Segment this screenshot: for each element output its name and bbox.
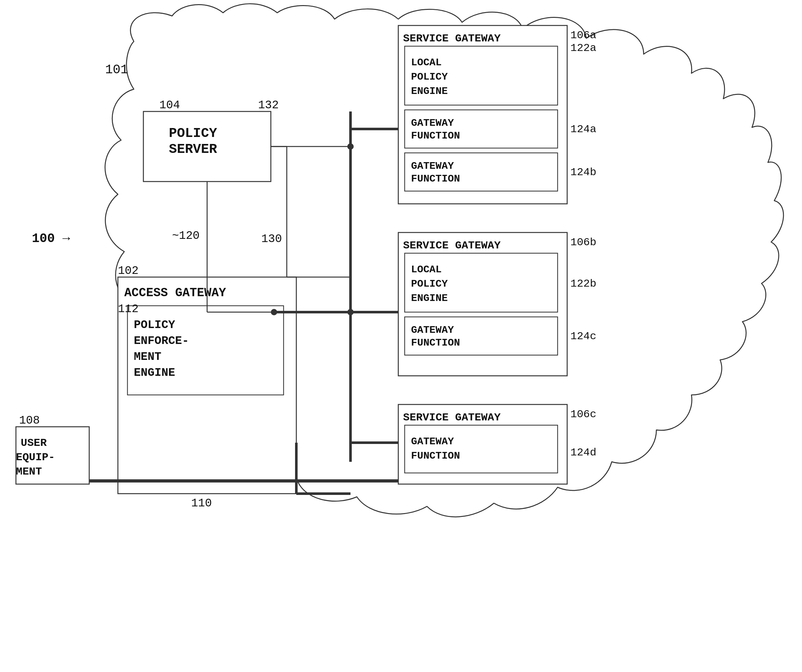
service-gateway-a: SERVICE GATEWAY LOCAL POLICY ENGINE GATE… [398, 26, 567, 204]
label-110: 110 [191, 497, 212, 510]
svg-text:GATEWAY: GATEWAY [411, 160, 454, 172]
svg-rect-37 [405, 425, 558, 473]
svg-text:POLICY: POLICY [134, 318, 175, 331]
service-gateway-c: SERVICE GATEWAY GATEWAY FUNCTION [398, 404, 567, 484]
policy-server-box: POLICY SERVER [143, 111, 271, 181]
svg-text:SERVER: SERVER [169, 142, 217, 157]
svg-text:MENT: MENT [16, 465, 42, 478]
svg-text:FUNCTION: FUNCTION [411, 173, 460, 185]
label-100: 100 → [32, 231, 70, 246]
label-124b: 124b [570, 166, 597, 178]
svg-text:SERVICE GATEWAY: SERVICE GATEWAY [403, 32, 501, 45]
label-108: 108 [19, 414, 40, 427]
svg-text:GATEWAY: GATEWAY [411, 117, 454, 129]
svg-text:EQUIP-: EQUIP- [16, 451, 55, 464]
label-106a: 106a [570, 29, 597, 41]
label-106b: 106b [570, 236, 597, 249]
label-124a: 124a [570, 123, 597, 136]
label-124c: 124c [570, 330, 597, 342]
label-130: 130 [261, 233, 282, 246]
service-gateway-b: SERVICE GATEWAY LOCAL POLICY ENGINE GATE… [398, 233, 567, 376]
svg-text:GATEWAY: GATEWAY [411, 436, 454, 447]
label-122a: 122a [570, 42, 597, 54]
svg-text:FUNCTION: FUNCTION [411, 450, 460, 462]
label-120: ~120 [172, 229, 199, 242]
svg-rect-20 [405, 110, 558, 148]
label-101: 101 [105, 63, 128, 77]
svg-text:FUNCTION: FUNCTION [411, 337, 460, 349]
svg-text:ENGINE: ENGINE [411, 292, 448, 304]
svg-text:MENT: MENT [134, 351, 161, 363]
svg-text:POLICY: POLICY [169, 126, 217, 141]
svg-text:LOCAL: LOCAL [411, 57, 441, 68]
label-132: 132 [258, 99, 279, 112]
label-106c: 106c [570, 408, 597, 420]
svg-text:ACCESS GATEWAY: ACCESS GATEWAY [124, 286, 226, 300]
label-124d: 124d [570, 446, 597, 459]
label-112: 112 [118, 302, 139, 316]
diagram: POLICY SERVER 104 132 ACCESS GATEWAY POL… [0, 0, 802, 672]
svg-rect-32 [405, 317, 558, 355]
user-equipment-box: USER EQUIP- MENT [16, 427, 89, 484]
svg-point-44 [347, 143, 354, 150]
svg-text:ENFORCE-: ENFORCE- [134, 334, 189, 347]
svg-text:SERVICE GATEWAY: SERVICE GATEWAY [403, 412, 501, 423]
svg-text:GATEWAY: GATEWAY [411, 324, 454, 336]
label-102: 102 [118, 264, 139, 278]
svg-text:LOCAL: LOCAL [411, 264, 441, 276]
svg-text:SERVICE GATEWAY: SERVICE GATEWAY [403, 239, 501, 252]
svg-text:POLICY: POLICY [411, 71, 448, 83]
svg-text:ENGINE: ENGINE [411, 86, 448, 97]
svg-text:POLICY: POLICY [411, 278, 448, 290]
label-122b: 122b [570, 278, 597, 290]
svg-text:USER: USER [21, 437, 47, 449]
svg-rect-23 [405, 153, 558, 191]
svg-text:FUNCTION: FUNCTION [411, 130, 460, 142]
label-104: 104 [159, 99, 180, 112]
svg-text:ENGINE: ENGINE [134, 366, 175, 379]
